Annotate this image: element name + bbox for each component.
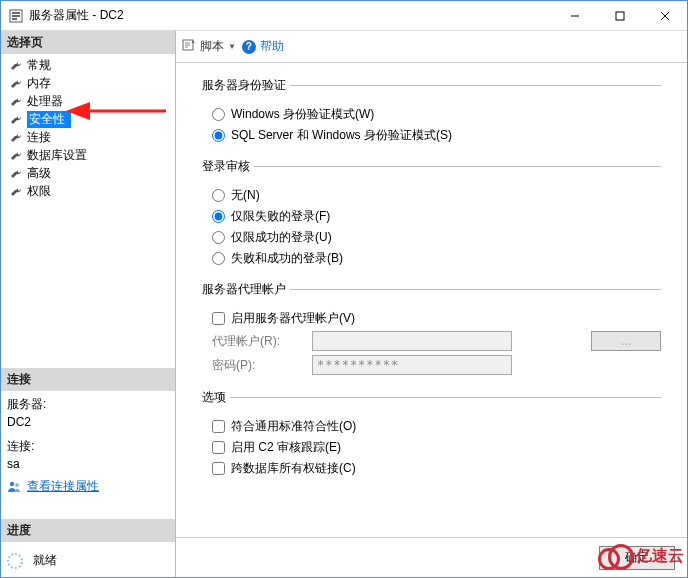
- nav-item-advanced[interactable]: 高级: [1, 164, 175, 182]
- toolbar: 脚本 ▼ ? 帮助: [176, 31, 687, 63]
- svg-rect-1: [12, 12, 20, 14]
- audit-none-radio[interactable]: [212, 189, 225, 202]
- common-criteria-label: 符合通用标准符合性(O): [231, 418, 356, 435]
- footer: 确定: [176, 537, 687, 577]
- title-bar: 服务器属性 - DC2: [1, 1, 687, 31]
- help-icon: ?: [242, 40, 256, 54]
- svg-rect-5: [616, 12, 624, 20]
- nav-item-connections[interactable]: 连接: [1, 128, 175, 146]
- progress-status: 就绪: [33, 552, 57, 569]
- help-label: 帮助: [260, 38, 284, 55]
- c2-audit-label: 启用 C2 审核跟踪(E): [231, 439, 341, 456]
- nav-label: 内存: [27, 75, 51, 92]
- nav-label: 处理器: [27, 93, 63, 110]
- script-icon: [182, 38, 196, 55]
- connection-value: sa: [7, 455, 169, 473]
- ok-button[interactable]: 确定: [599, 546, 675, 570]
- nav-item-processors[interactable]: 处理器: [1, 92, 175, 110]
- view-connection-properties-link[interactable]: 查看连接属性: [27, 477, 99, 495]
- proxy-group: 服务器代理帐户 启用服务器代理帐户(V) 代理帐户(R): ... 密码(P):: [202, 281, 661, 379]
- audit-group: 登录审核 无(N) 仅限失败的登录(F) 仅限成功的登录(U) 失败和成功的登录…: [202, 158, 661, 271]
- cross-db-label: 跨数据库所有权链接(C): [231, 460, 356, 477]
- connection-block: 服务器: DC2 连接: sa 查看连接属性: [1, 391, 175, 499]
- wrench-icon: [9, 94, 23, 108]
- script-dropdown[interactable]: 脚本 ▼: [182, 38, 236, 55]
- audit-failed-radio[interactable]: [212, 210, 225, 223]
- wrench-icon: [9, 76, 23, 90]
- auth-legend: 服务器身份验证: [202, 77, 290, 94]
- minimize-button[interactable]: [552, 1, 597, 30]
- nav-label: 安全性: [27, 111, 71, 128]
- audit-success-label: 仅限成功的登录(U): [231, 229, 332, 246]
- cross-db-checkbox[interactable]: [212, 462, 225, 475]
- audit-both-label: 失败和成功的登录(B): [231, 250, 343, 267]
- server-value: DC2: [7, 413, 169, 431]
- auth-windows-label: Windows 身份验证模式(W): [231, 106, 374, 123]
- auth-sql-windows-radio[interactable]: [212, 129, 225, 142]
- audit-failed-label: 仅限失败的登录(F): [231, 208, 330, 225]
- progress-spinner-icon: [7, 553, 23, 569]
- proxy-password-input: [312, 355, 512, 375]
- svg-rect-3: [12, 18, 17, 20]
- wrench-icon: [9, 130, 23, 144]
- nav-item-permissions[interactable]: 权限: [1, 182, 175, 200]
- common-criteria-checkbox[interactable]: [212, 420, 225, 433]
- connection-header: 连接: [1, 368, 175, 391]
- nav-item-database-settings[interactable]: 数据库设置: [1, 146, 175, 164]
- auth-windows-radio[interactable]: [212, 108, 225, 121]
- wrench-icon: [9, 184, 23, 198]
- options-legend: 选项: [202, 389, 230, 406]
- help-button[interactable]: ? 帮助: [242, 38, 284, 55]
- wrench-icon: [9, 58, 23, 72]
- app-icon: [9, 9, 23, 23]
- proxy-account-input: [312, 331, 512, 351]
- people-icon: [7, 479, 21, 493]
- proxy-password-label: 密码(P):: [212, 357, 302, 374]
- proxy-account-label: 代理帐户(R):: [212, 333, 302, 350]
- sidebar: 选择页 常规 内存 处理器 安全性 连接 数据库设置 高级 权限 连接 服务器:…: [1, 31, 176, 577]
- proxy-legend: 服务器代理帐户: [202, 281, 290, 298]
- nav-list: 常规 内存 处理器 安全性 连接 数据库设置 高级 权限: [1, 54, 175, 202]
- nav-label: 常规: [27, 57, 51, 74]
- nav-label: 数据库设置: [27, 147, 87, 164]
- audit-legend: 登录审核: [202, 158, 254, 175]
- nav-item-general[interactable]: 常规: [1, 56, 175, 74]
- auth-group: 服务器身份验证 Windows 身份验证模式(W) SQL Server 和 W…: [202, 77, 661, 148]
- nav-item-memory[interactable]: 内存: [1, 74, 175, 92]
- progress-block: 就绪: [1, 542, 175, 577]
- proxy-enable-checkbox[interactable]: [212, 312, 225, 325]
- svg-rect-2: [12, 15, 20, 17]
- wrench-icon: [9, 112, 23, 126]
- server-label: 服务器:: [7, 395, 169, 413]
- window-title: 服务器属性 - DC2: [29, 7, 124, 24]
- audit-none-label: 无(N): [231, 187, 260, 204]
- proxy-browse-button: ...: [591, 331, 661, 351]
- audit-success-radio[interactable]: [212, 231, 225, 244]
- proxy-enable-label: 启用服务器代理帐户(V): [231, 310, 355, 327]
- wrench-icon: [9, 166, 23, 180]
- content-panel: 服务器身份验证 Windows 身份验证模式(W) SQL Server 和 W…: [176, 63, 687, 537]
- maximize-button[interactable]: [597, 1, 642, 30]
- progress-header: 进度: [1, 519, 175, 542]
- select-page-header: 选择页: [1, 31, 175, 54]
- c2-audit-checkbox[interactable]: [212, 441, 225, 454]
- svg-point-8: [10, 482, 14, 486]
- nav-label: 连接: [27, 129, 51, 146]
- connection-label: 连接:: [7, 437, 169, 455]
- nav-item-security[interactable]: 安全性: [1, 110, 175, 128]
- auth-sql-windows-label: SQL Server 和 Windows 身份验证模式(S): [231, 127, 452, 144]
- nav-label: 权限: [27, 183, 51, 200]
- wrench-icon: [9, 148, 23, 162]
- svg-point-9: [15, 483, 19, 487]
- options-group: 选项 符合通用标准符合性(O) 启用 C2 审核跟踪(E) 跨数据库所有权链接(…: [202, 389, 661, 481]
- script-label: 脚本: [200, 38, 224, 55]
- close-button[interactable]: [642, 1, 687, 30]
- nav-label: 高级: [27, 165, 51, 182]
- chevron-down-icon: ▼: [228, 42, 236, 51]
- audit-both-radio[interactable]: [212, 252, 225, 265]
